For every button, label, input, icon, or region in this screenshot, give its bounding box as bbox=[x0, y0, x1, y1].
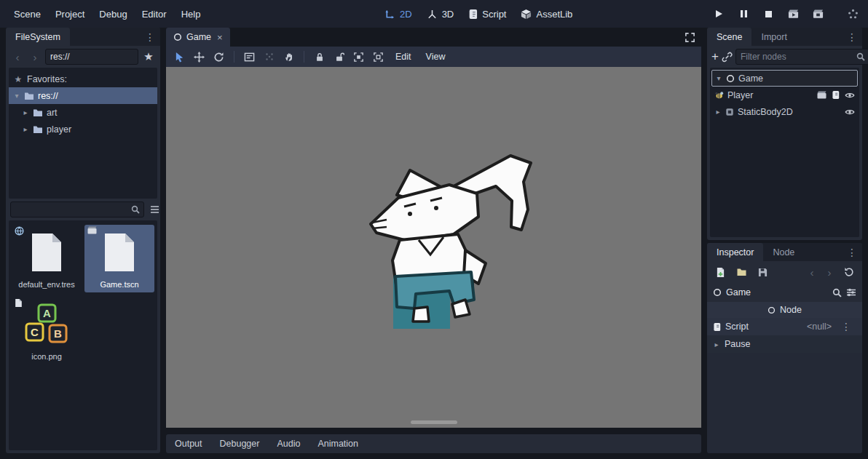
filesystem-nav-row: ‹ › ★ bbox=[6, 46, 160, 68]
expand-arrow-icon[interactable]: ▸ bbox=[713, 340, 720, 348]
tab-node[interactable]: Node bbox=[763, 243, 804, 261]
menu-scene[interactable]: Scene bbox=[7, 6, 47, 23]
file-item-icon-png[interactable]: A C B icon.png bbox=[12, 297, 82, 364]
2d-viewport-canvas[interactable] bbox=[166, 67, 701, 428]
tab-import[interactable]: Import bbox=[751, 28, 796, 46]
lock-icon[interactable] bbox=[310, 49, 328, 65]
visibility-eye-icon[interactable] bbox=[845, 108, 855, 116]
tab-scene[interactable]: Scene bbox=[707, 28, 751, 46]
group-button[interactable] bbox=[350, 49, 368, 65]
menu-help[interactable]: Help bbox=[175, 6, 208, 23]
scene-node-game[interactable]: ▾ Game bbox=[711, 70, 858, 87]
expand-arrow-icon[interactable]: ▸ bbox=[22, 108, 29, 116]
bunny-player-sprite bbox=[368, 153, 539, 331]
property-row-pause[interactable]: ▸ Pause bbox=[707, 335, 862, 353]
select-tool-button[interactable] bbox=[170, 49, 189, 65]
update-spinner-icon[interactable] bbox=[845, 6, 861, 22]
bottom-panel-grip[interactable] bbox=[411, 420, 457, 424]
history-back-button[interactable]: ‹ bbox=[805, 264, 819, 280]
tree-item-favorites[interactable]: ★ Favorites: bbox=[9, 71, 157, 87]
menu-editor[interactable]: Editor bbox=[135, 6, 173, 23]
mode-script-button[interactable]: Script bbox=[468, 9, 506, 20]
history-back-button[interactable]: ‹ bbox=[10, 49, 25, 65]
viewport-column: Game × Edit View bbox=[166, 28, 701, 453]
file-list-display-mode-toggle[interactable] bbox=[147, 201, 162, 217]
node-circle-icon bbox=[726, 74, 735, 83]
instance-scene-icon[interactable] bbox=[722, 49, 733, 65]
edit-menu[interactable]: Edit bbox=[389, 49, 418, 64]
clapper-icon[interactable] bbox=[817, 91, 826, 99]
filter-nodes-input[interactable] bbox=[741, 52, 853, 62]
snap-options-button[interactable] bbox=[260, 49, 278, 65]
mode-assetlib-button[interactable]: AssetLib bbox=[521, 9, 572, 20]
collapse-arrow-icon[interactable]: ▾ bbox=[715, 74, 722, 82]
object-history-icon[interactable] bbox=[840, 264, 858, 280]
dock-options-icon[interactable]: ⋮ bbox=[140, 32, 160, 42]
bottom-tab-output[interactable]: Output bbox=[175, 439, 202, 449]
run-controls bbox=[711, 6, 861, 22]
bottom-tab-debugger[interactable]: Debugger bbox=[220, 439, 260, 449]
pause-button[interactable] bbox=[735, 6, 751, 22]
expand-arrow-icon[interactable]: ▸ bbox=[714, 108, 722, 116]
scene-node-player[interactable]: Player bbox=[711, 87, 858, 103]
tree-item-res-root[interactable]: ▾ res:// bbox=[9, 87, 157, 104]
bottom-tab-animation[interactable]: Animation bbox=[317, 439, 358, 449]
tree-item-player[interactable]: ▸ player bbox=[9, 121, 157, 137]
inspector-section-node[interactable]: Node bbox=[707, 302, 862, 318]
collapse-arrow-icon[interactable]: ▾ bbox=[13, 92, 20, 100]
load-resource-folder-icon[interactable] bbox=[733, 264, 751, 280]
favorite-toggle-button[interactable]: ★ bbox=[141, 49, 156, 65]
menu-debug[interactable]: Debug bbox=[92, 6, 133, 23]
godot-editor-window: Scene Project Debug Editor Help 2D 3D Sc… bbox=[0, 0, 868, 459]
ungroup-button[interactable] bbox=[369, 49, 387, 65]
rotate-tool-button[interactable] bbox=[210, 49, 228, 65]
file-item-default-env[interactable]: default_env.tres bbox=[12, 225, 82, 292]
filesystem-dock-tabs: FileSystem ⋮ bbox=[6, 28, 160, 46]
dock-options-icon[interactable]: ⋮ bbox=[842, 32, 862, 42]
canvas-toolbar: Edit View bbox=[166, 47, 701, 67]
new-resource-icon[interactable] bbox=[711, 264, 730, 280]
play-scene-button[interactable] bbox=[785, 6, 801, 22]
view-menu[interactable]: View bbox=[419, 49, 452, 64]
scene-tab-game[interactable]: Game × bbox=[166, 28, 230, 47]
file-name: Game.tscn bbox=[100, 279, 138, 290]
object-tools-sliders-icon[interactable] bbox=[846, 288, 856, 297]
property-value[interactable]: <null> bbox=[807, 322, 832, 332]
expand-viewport-icon[interactable] bbox=[684, 32, 695, 43]
pan-tool-button[interactable] bbox=[280, 49, 298, 65]
scene-node-staticbody2d[interactable]: ▸ StaticBody2D bbox=[711, 103, 858, 120]
list-select-button[interactable] bbox=[240, 49, 259, 65]
visibility-eye-icon[interactable] bbox=[845, 92, 855, 99]
menu-project[interactable]: Project bbox=[49, 6, 91, 23]
top-menu-bar: Scene Project Debug Editor Help 2D 3D Sc… bbox=[0, 0, 868, 28]
save-icon[interactable] bbox=[754, 264, 772, 280]
mode-2d-button[interactable]: 2D bbox=[384, 9, 412, 20]
tree-item-art[interactable]: ▸ art bbox=[9, 104, 157, 121]
folder-icon bbox=[24, 92, 34, 100]
play-button[interactable] bbox=[711, 6, 727, 22]
scene-tree: ▾ Game Player ▸ StaticBody2D bbox=[710, 68, 859, 237]
dock-options-icon[interactable]: ⋮ bbox=[842, 247, 862, 258]
tab-filesystem[interactable]: FileSystem bbox=[6, 28, 70, 46]
svg-text:B: B bbox=[54, 327, 62, 340]
property-options-icon[interactable]: ⋮ bbox=[836, 322, 856, 332]
stop-button[interactable] bbox=[760, 6, 776, 22]
play-custom-scene-button[interactable] bbox=[810, 6, 826, 22]
script-icon[interactable] bbox=[832, 90, 840, 100]
bottom-tab-audio[interactable]: Audio bbox=[277, 439, 300, 449]
mode-3d-button[interactable]: 3D bbox=[427, 9, 454, 20]
move-tool-button[interactable] bbox=[190, 49, 208, 65]
add-node-button[interactable]: + bbox=[711, 49, 719, 65]
current-path-input[interactable] bbox=[45, 49, 138, 65]
history-forward-button[interactable]: › bbox=[28, 49, 42, 65]
property-row-script[interactable]: Script <null> ⋮ bbox=[707, 318, 862, 335]
file-item-game-tscn[interactable]: Game.tscn bbox=[84, 225, 154, 292]
inspector-dock: Inspector Node ⋮ ‹ › Game Node bbox=[707, 243, 862, 453]
filesystem-search-input[interactable] bbox=[15, 204, 128, 215]
tab-inspector[interactable]: Inspector bbox=[707, 243, 763, 261]
filter-properties-icon[interactable] bbox=[832, 288, 842, 298]
close-tab-icon[interactable]: × bbox=[217, 32, 223, 43]
unlock-icon[interactable] bbox=[330, 49, 348, 65]
history-forward-button[interactable]: › bbox=[822, 264, 837, 280]
expand-arrow-icon[interactable]: ▸ bbox=[22, 125, 29, 133]
